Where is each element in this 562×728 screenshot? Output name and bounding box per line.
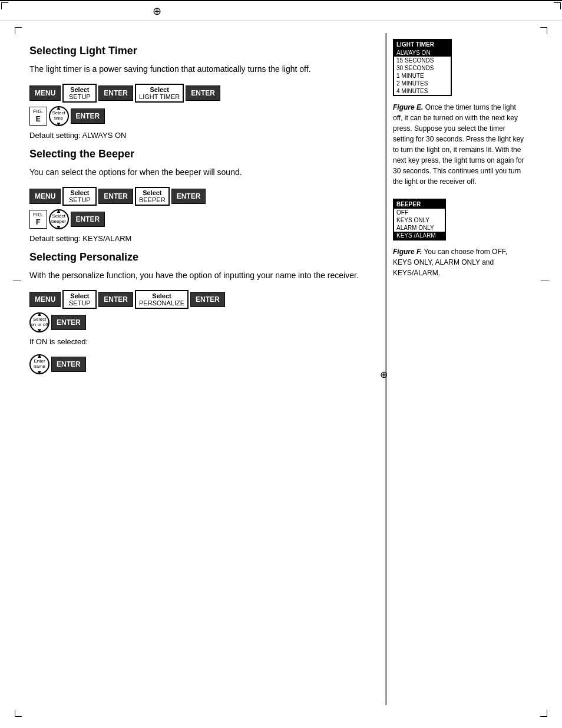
lt-item-0: ALWAYS ON xyxy=(394,49,451,57)
menu-button-bp[interactable]: MENU xyxy=(29,189,61,204)
select-setup-per[interactable]: Select SETUP xyxy=(62,290,97,309)
enter-button-per2[interactable]: ENTER xyxy=(190,292,225,307)
bp-item-1: KEYS ONLY xyxy=(394,216,445,224)
body-beeper: You can select the options for when the … xyxy=(29,166,368,179)
fig-e-caption: Figure E. Once the timer turns the light… xyxy=(393,102,527,187)
heading-beeper: Selecting the Beeper xyxy=(29,148,368,160)
beeper-step2: FIG. F ▲ Select beeper ▼ ENTER xyxy=(29,209,368,229)
color-bar: ⊕ xyxy=(0,0,562,21)
sidebar-crosshair: ⊕ xyxy=(380,369,388,380)
light-timer-step2: FIG. E ▲ Select time ▼ ENTER xyxy=(29,106,368,126)
select-personalize[interactable]: Select PERSONALIZE xyxy=(135,290,189,309)
beeper-menu-title: BEEPER xyxy=(394,200,445,209)
light-timer-menu: LIGHT TIMER ALWAYS ON 15 SECONDS 30 SECO… xyxy=(393,39,452,96)
select-lighttimer[interactable]: Select LIGHT TIMER xyxy=(135,84,184,103)
heading-light-timer: Selecting Light Timer xyxy=(29,45,368,57)
enter-button-lt3[interactable]: ENTER xyxy=(71,108,105,124)
bp-item-0: OFF xyxy=(394,209,445,216)
lt-item-5: 4 MINUTES xyxy=(394,87,451,95)
enter-button-per1[interactable]: ENTER xyxy=(98,292,133,307)
enter-button-lt1[interactable]: ENTER xyxy=(98,85,133,101)
enter-button-bp1[interactable]: ENTER xyxy=(98,189,133,204)
fig-f-caption: Figure F. You can choose from OFF, KEYS … xyxy=(393,246,527,278)
light-timer-step1: MENU Select SETUP ENTER Select LIGHT TIM… xyxy=(29,84,368,103)
fig-f-label: FIG. F xyxy=(29,210,47,228)
enter-button-per4[interactable]: ENTER xyxy=(51,357,86,372)
lt-item-2: 30 SECONDS xyxy=(394,64,451,72)
menu-button-lt[interactable]: MENU xyxy=(29,85,61,101)
default-lt: Default setting: ALWAYS ON xyxy=(29,131,368,140)
section-personalize: Selecting Personalize With the personali… xyxy=(29,251,368,374)
bp-item-3: KEYS /ALARM xyxy=(394,232,445,239)
personalize-step3: ▲ Enter name ▼ ENTER xyxy=(29,354,368,374)
bp-item-2: ALARM ONLY xyxy=(394,224,445,232)
personalize-step2: ▲ Select on or off ▼ ENTER xyxy=(29,312,368,332)
left-margin xyxy=(0,33,24,705)
page-content: Selecting Light Timer The light timer is… xyxy=(0,21,562,705)
personalize-step1: MENU Select SETUP ENTER Select PERSONALI… xyxy=(29,290,368,309)
section-light-timer: Selecting Light Timer The light timer is… xyxy=(29,45,368,140)
menu-button-per[interactable]: MENU xyxy=(29,292,61,307)
enter-button-per3[interactable]: ENTER xyxy=(51,315,86,330)
arrow-circle-lt[interactable]: ▲ Select time ▼ xyxy=(49,106,69,126)
main-content: Selecting Light Timer The light timer is… xyxy=(24,33,385,705)
body-light-timer: The light timer is a power saving functi… xyxy=(29,63,368,75)
section-beeper: Selecting the Beeper You can select the … xyxy=(29,148,368,243)
select-setup-bp[interactable]: Select SETUP xyxy=(62,187,97,206)
enter-button-bp3[interactable]: ENTER xyxy=(71,212,105,227)
default-bp: Default setting: KEYS/ALARM xyxy=(29,234,368,243)
arrow-circle-per[interactable]: ▲ Select on or off ▼ xyxy=(29,312,49,332)
body-personalize: With the personalize function, you have … xyxy=(29,269,368,282)
bottom-corners xyxy=(0,705,562,717)
beeper-menu-container: BEEPER OFF KEYS ONLY ALARM ONLY KEYS /AL… xyxy=(393,199,527,241)
select-beeper[interactable]: Select BEEPER xyxy=(135,187,170,206)
fig-e-label: FIG. E xyxy=(29,107,47,125)
arrow-circle-bp[interactable]: ▲ Select beeper ▼ xyxy=(49,209,69,229)
heading-personalize: Selecting Personalize xyxy=(29,251,368,263)
arrow-circle-per2[interactable]: ▲ Enter name ▼ xyxy=(29,354,49,374)
light-timer-menu-title: LIGHT TIMER xyxy=(394,40,451,49)
right-sidebar: LIGHT TIMER ALWAYS ON 15 SECONDS 30 SECO… xyxy=(385,33,538,705)
lt-item-1: 15 SECONDS xyxy=(394,57,451,64)
beeper-step1: MENU Select SETUP ENTER Select BEEPER EN… xyxy=(29,187,368,206)
lt-item-4: 2 MINUTES xyxy=(394,80,451,87)
enter-button-lt2[interactable]: ENTER xyxy=(186,85,220,101)
enter-button-bp2[interactable]: ENTER xyxy=(171,189,206,204)
beeper-menu: BEEPER OFF KEYS ONLY ALARM ONLY KEYS /AL… xyxy=(393,199,446,241)
crosshair-top: ⊕ xyxy=(145,5,168,18)
select-setup-lt[interactable]: Select SETUP xyxy=(62,84,97,103)
lt-item-3: 1 MINUTE xyxy=(394,72,451,80)
if-on-text: If ON is selected: xyxy=(29,337,368,346)
right-margin xyxy=(538,33,562,705)
